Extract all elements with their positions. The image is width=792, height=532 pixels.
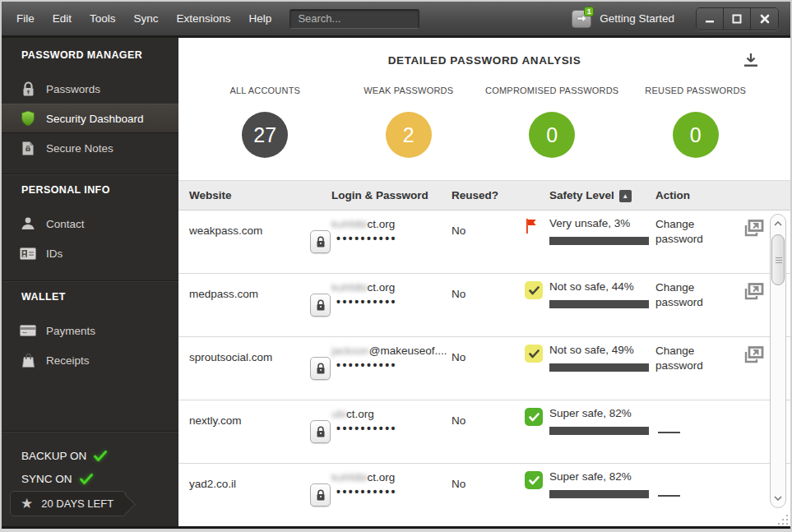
password-mask: •••••••••• bbox=[336, 359, 397, 372]
safety-level-bar bbox=[549, 427, 649, 435]
reveal-password-button[interactable] bbox=[310, 357, 331, 380]
close-button[interactable] bbox=[751, 8, 778, 30]
col-login-password[interactable]: Login & Password bbox=[331, 189, 428, 201]
security-dashboard-panel: DETAILED PASSWORD ANALYSIS ALL ACCOUNTS … bbox=[178, 38, 790, 526]
sidebar-item-payments[interactable]: Payments bbox=[2, 316, 178, 345]
stat-circle-weak-passwords: 2 bbox=[386, 112, 432, 158]
website-cell: medpass.com bbox=[189, 288, 258, 300]
search-box bbox=[289, 9, 419, 29]
scroll-up-icon[interactable] bbox=[771, 216, 785, 231]
safety-level-bar bbox=[549, 300, 649, 308]
green-check-icon bbox=[525, 471, 543, 489]
change-password-link[interactable]: Change password bbox=[655, 344, 728, 373]
login-cell: kuhfdbict.org bbox=[331, 218, 395, 230]
app-window: File Edit Tools Sync Extensions Help 1 G… bbox=[0, 0, 792, 532]
resize-grip[interactable] bbox=[775, 513, 788, 525]
password-mask: •••••••••• bbox=[336, 485, 397, 498]
safety-level-bar bbox=[549, 237, 649, 245]
reveal-password-button[interactable] bbox=[310, 294, 331, 317]
open-website-icon[interactable] bbox=[743, 218, 765, 240]
table-row[interactable]: sproutsocial.com jackson@makeuseof.... •… bbox=[178, 337, 790, 400]
open-website-icon[interactable] bbox=[743, 281, 765, 303]
yellow-check-icon bbox=[525, 345, 543, 363]
sidebar-item-security-dashboard[interactable]: Security Dashboard bbox=[2, 104, 178, 133]
redacted-login: jackson bbox=[331, 345, 369, 357]
window-bottom-frame bbox=[2, 526, 790, 529]
lock-icon bbox=[20, 81, 36, 97]
stat-weak-passwords: WEAK PASSWORDS 2 bbox=[337, 86, 481, 158]
stat-label: WEAK PASSWORDS bbox=[364, 86, 453, 95]
no-action-dash bbox=[658, 495, 680, 497]
sidebar-item-passwords[interactable]: Passwords bbox=[2, 74, 178, 104]
stat-reused-passwords: REUSED PASSWORDS 0 bbox=[624, 86, 768, 158]
stat-circle-all-accounts: 27 bbox=[242, 112, 288, 158]
sidebar-item-label: Payments bbox=[46, 325, 95, 337]
col-action[interactable]: Action bbox=[655, 189, 690, 201]
change-password-link[interactable]: Change password bbox=[655, 280, 728, 310]
reveal-password-button[interactable] bbox=[310, 483, 331, 507]
red-flag-icon bbox=[525, 218, 543, 236]
sidebar-divider bbox=[2, 431, 178, 433]
sidebar-item-label: Contact bbox=[46, 218, 85, 230]
scrollbar-thumb[interactable] bbox=[771, 234, 785, 285]
titlebar: File Edit Tools Sync Extensions Help 1 G… bbox=[2, 2, 790, 38]
reveal-password-button[interactable] bbox=[310, 420, 331, 443]
table-row[interactable]: nextly.com ubict.org •••••••••• No Super… bbox=[178, 400, 790, 464]
safety-level-text: Very unsafe, 3% bbox=[549, 217, 630, 229]
col-website[interactable]: Website bbox=[189, 189, 232, 201]
sidebar-item-contact[interactable]: Contact bbox=[2, 209, 178, 238]
redacted-login: ubi bbox=[331, 408, 346, 420]
stat-compromised-passwords: COMPROMISED PASSWORDS 0 bbox=[480, 86, 624, 158]
scroll-down-icon[interactable] bbox=[771, 491, 785, 506]
sidebar-item-label: Receipts bbox=[46, 354, 90, 367]
menu-edit[interactable]: Edit bbox=[53, 12, 72, 25]
change-password-link[interactable]: Change password bbox=[655, 217, 728, 247]
menu-extensions[interactable]: Extensions bbox=[177, 12, 231, 25]
sync-status[interactable]: SYNC ON bbox=[21, 469, 93, 488]
vertical-scrollbar[interactable] bbox=[770, 214, 786, 508]
backup-status[interactable]: BACKUP ON bbox=[21, 446, 107, 465]
sort-ascending-icon[interactable]: ▲ bbox=[619, 190, 632, 202]
stat-circle-compromised-passwords: 0 bbox=[529, 112, 575, 158]
page-title: DETAILED PASSWORD ANALYSIS bbox=[178, 54, 790, 67]
sidebar-item-receipts[interactable]: Receipts bbox=[2, 345, 178, 375]
export-report-icon[interactable] bbox=[743, 52, 759, 68]
col-safety-level[interactable]: Safety Level▲ bbox=[549, 189, 632, 202]
getting-started-button[interactable]: 1 Getting Started bbox=[572, 10, 674, 28]
redacted-login: kuhfdbi bbox=[331, 281, 368, 294]
search-input[interactable] bbox=[289, 9, 419, 29]
maximize-button[interactable] bbox=[724, 8, 751, 30]
menu-tools[interactable]: Tools bbox=[90, 12, 116, 25]
redacted-login: kuhfdbi bbox=[331, 218, 368, 230]
trial-days-left-label: 20 DAYS LEFT bbox=[41, 497, 113, 510]
stat-label: REUSED PASSWORDS bbox=[645, 86, 746, 95]
website-cell: sproutsocial.com bbox=[189, 351, 272, 363]
password-mask: •••••••••• bbox=[336, 295, 397, 308]
table-header: Website Login & Password Reused? Safety … bbox=[178, 180, 790, 210]
table-row[interactable]: yad2.co.il kuhfdbict.org •••••••••• No S… bbox=[178, 464, 790, 526]
minimize-button[interactable] bbox=[697, 8, 724, 30]
menu-sync[interactable]: Sync bbox=[134, 12, 159, 25]
trial-days-left-badge[interactable]: ★ 20 DAYS LEFT bbox=[10, 491, 127, 516]
reveal-password-button[interactable] bbox=[310, 230, 331, 253]
col-reused[interactable]: Reused? bbox=[452, 189, 498, 201]
section-wallet: WALLET bbox=[21, 291, 66, 303]
menu-file[interactable]: File bbox=[16, 12, 35, 25]
shopping-bag-icon bbox=[20, 352, 36, 368]
sidebar-item-ids[interactable]: IDs bbox=[2, 238, 178, 268]
sidebar-item-secure-notes[interactable]: Secure Notes bbox=[2, 133, 178, 163]
green-check-icon bbox=[525, 408, 543, 426]
table-row[interactable]: weakpass.com kuhfdbict.org •••••••••• No… bbox=[178, 210, 790, 274]
green-check-icon bbox=[80, 474, 93, 484]
getting-started-label: Getting Started bbox=[600, 12, 674, 25]
safety-level-bar bbox=[549, 363, 649, 372]
lock-icon bbox=[316, 489, 326, 502]
table-row[interactable]: medpass.com kuhfdbict.org •••••••••• No … bbox=[178, 274, 790, 337]
sidebar-item-label: Secure Notes bbox=[46, 142, 113, 155]
safety-level-text: Not so safe, 49% bbox=[549, 344, 634, 356]
notification-badge: 1 bbox=[584, 7, 594, 16]
open-website-icon[interactable] bbox=[743, 345, 765, 367]
safety-level-text: Not so safe, 44% bbox=[549, 280, 634, 293]
stat-label: ALL ACCOUNTS bbox=[229, 86, 300, 95]
menu-help[interactable]: Help bbox=[249, 12, 272, 25]
